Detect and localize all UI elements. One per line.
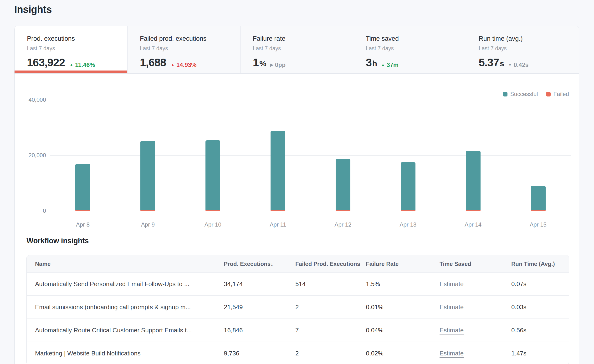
column-header-prod-executions[interactable]: Prod. Executions↓ xyxy=(224,261,295,267)
failed-prod-executions-cell: 2 xyxy=(295,304,366,311)
column-header-failure-rate[interactable]: Failure Rate xyxy=(366,261,439,267)
successful-swatch-icon xyxy=(503,92,507,96)
stacked-bar xyxy=(140,141,155,211)
column-header-time-saved[interactable]: Time Saved xyxy=(439,261,511,267)
stacked-bar xyxy=(270,131,285,211)
stacked-bar xyxy=(75,164,90,211)
bar-slot xyxy=(375,100,440,211)
workflow-name-link[interactable]: Automatically Send Personalized Email Fo… xyxy=(35,280,189,288)
y-axis-tick: 40,000 xyxy=(14,96,46,103)
metric-value: 163,922 xyxy=(27,56,65,69)
legend-item-failed[interactable]: Failed xyxy=(546,91,569,97)
failed-bar-segment xyxy=(270,210,285,211)
stacked-bar xyxy=(336,159,350,211)
failed-bar-segment xyxy=(336,210,350,211)
bar-slot xyxy=(50,100,115,211)
legend-label: Failed xyxy=(554,91,569,97)
metric-label: Failure rate xyxy=(253,35,346,42)
successful-bar-segment xyxy=(140,141,155,210)
column-header-failed-prod-executions[interactable]: Failed Prod. Executions xyxy=(295,261,366,267)
failed-bar-segment xyxy=(205,210,220,211)
triangle-up-icon: ▲ xyxy=(381,63,385,67)
column-header-name[interactable]: Name xyxy=(27,261,224,267)
run-time-cell: 0.07s xyxy=(511,280,569,288)
successful-bar-segment xyxy=(336,159,350,210)
bar-slot xyxy=(310,100,376,211)
estimate-link[interactable]: Estimate xyxy=(439,304,464,311)
x-axis-tick: Apr 9 xyxy=(115,221,180,228)
x-axis-tick: Apr 11 xyxy=(245,221,310,228)
metric-period: Last 7 days xyxy=(479,45,572,52)
x-axis-tick: Apr 13 xyxy=(375,221,440,228)
y-axis-tick: 20,000 xyxy=(14,152,46,159)
successful-bar-segment xyxy=(401,162,415,210)
x-axis-tick: Apr 8 xyxy=(50,221,115,228)
workflow-name-link[interactable]: Automatically Route Critical Customer Su… xyxy=(35,327,192,334)
chart-legend: Successful Failed xyxy=(503,91,569,97)
failure-rate-cell: 0.01% xyxy=(366,304,439,311)
bar-series xyxy=(50,100,571,211)
metric-unit: % xyxy=(259,59,266,68)
workflow-insights-title: Workflow insights xyxy=(27,237,89,245)
bar-slot xyxy=(440,100,506,211)
metric-label: Prod. executions xyxy=(27,35,120,42)
failure-rate-cell: 0.04% xyxy=(366,327,439,334)
workflow-name-link[interactable]: Marketing | Website Build Notifications xyxy=(35,350,141,357)
metric-delta: 37m xyxy=(387,61,398,68)
legend-label: Successful xyxy=(510,91,538,97)
prod-executions-cell: 21,549 xyxy=(224,304,295,311)
prod-executions-cell: 34,174 xyxy=(224,280,295,288)
metric-tab-failure-rate[interactable]: Failure rate Last 7 days 1 % ▶ 0pp xyxy=(241,26,353,73)
workflow-name-link[interactable]: Email sumissions (onboarding call prompt… xyxy=(35,304,191,311)
stacked-bar xyxy=(401,162,415,211)
y-axis-tick: 0 xyxy=(14,207,46,214)
estimate-link[interactable]: Estimate xyxy=(439,350,464,357)
page-title: Insights xyxy=(14,4,52,15)
successful-bar-segment xyxy=(75,164,90,210)
failed-bar-segment xyxy=(466,210,480,211)
estimate-link[interactable]: Estimate xyxy=(439,280,464,288)
failed-prod-executions-cell: 7 xyxy=(295,327,366,334)
table-row: Automatically Send Personalized Email Fo… xyxy=(27,272,569,296)
successful-bar-segment xyxy=(531,186,546,210)
metric-period: Last 7 days xyxy=(253,45,346,52)
stacked-bar xyxy=(531,186,546,211)
failed-swatch-icon xyxy=(546,92,551,96)
x-axis-tick: Apr 12 xyxy=(310,221,376,228)
metric-delta: 0pp xyxy=(275,61,286,68)
metric-period: Last 7 days xyxy=(27,45,120,52)
x-axis-labels: Apr 8Apr 9Apr 10Apr 11Apr 12Apr 13Apr 14… xyxy=(50,221,571,228)
failed-bar-segment xyxy=(140,210,155,211)
legend-item-successful[interactable]: Successful xyxy=(503,91,538,97)
metric-tab-time-saved[interactable]: Time saved Last 7 days 3 h ▲ 37m xyxy=(353,26,466,73)
run-time-cell: 1.47s xyxy=(511,350,569,357)
triangle-up-icon: ▲ xyxy=(69,63,74,67)
failed-bar-segment xyxy=(531,210,546,211)
run-time-cell: 0.56s xyxy=(511,327,569,334)
metric-value: 5.37 xyxy=(479,56,499,69)
metric-value: 1,688 xyxy=(140,56,166,69)
metric-delta: 14.93% xyxy=(176,61,197,68)
metric-label: Time saved xyxy=(366,35,459,42)
metric-delta: 11.46% xyxy=(75,61,95,68)
metric-tabs: Prod. executions Last 7 days 163,922 ▲ 1… xyxy=(14,26,579,74)
x-axis-tick: Apr 14 xyxy=(440,221,506,228)
metric-tab-prod-executions[interactable]: Prod. executions Last 7 days 163,922 ▲ 1… xyxy=(14,26,128,73)
table-row: Marketing | Website Build Notifications … xyxy=(27,342,569,364)
triangle-down-icon: ▼ xyxy=(508,63,512,67)
bar-slot xyxy=(115,100,180,211)
column-header-run-time[interactable]: Run Time (Avg.) xyxy=(511,261,569,267)
estimate-link[interactable]: Estimate xyxy=(439,327,464,334)
metric-tab-run-time-avg[interactable]: Run time (avg.) Last 7 days 5.37 s ▼ 0.4… xyxy=(466,26,579,73)
workflow-insights-table: Name Prod. Executions↓ Failed Prod. Exec… xyxy=(27,255,569,364)
successful-bar-segment xyxy=(466,151,480,210)
failure-rate-cell: 1.5% xyxy=(366,280,439,288)
insights-card: Prod. executions Last 7 days 163,922 ▲ 1… xyxy=(14,26,579,364)
metric-period: Last 7 days xyxy=(140,45,233,52)
failed-bar-segment xyxy=(75,210,90,211)
failure-rate-cell: 0.02% xyxy=(366,350,439,357)
metric-period: Last 7 days xyxy=(366,45,459,52)
successful-bar-segment xyxy=(270,131,285,210)
bar-slot xyxy=(180,100,245,211)
metric-tab-failed-prod-executions[interactable]: Failed prod. executions Last 7 days 1,68… xyxy=(128,26,241,73)
